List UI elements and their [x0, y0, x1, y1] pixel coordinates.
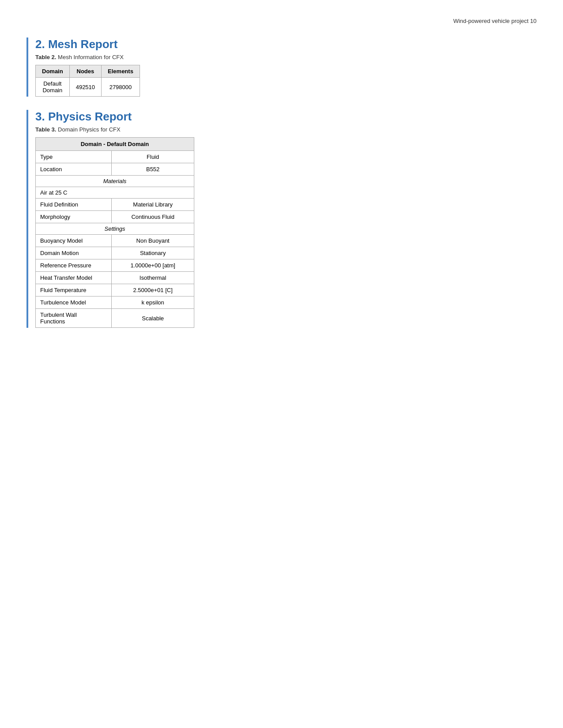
physics-table: Domain - Default Domain Type Fluid Locat…: [35, 137, 194, 328]
turbulence-model-value: k epsilon: [112, 296, 194, 309]
turbulent-wall-label: Turbulent WallFunctions: [36, 309, 112, 328]
page-header: Wind-powered vehicle project 10: [26, 18, 537, 24]
turbulence-model-label: Turbulence Model: [36, 296, 112, 309]
mesh-table-caption: Table 2. Mesh Information for CFX: [35, 54, 537, 60]
mesh-col-domain: Domain: [36, 65, 70, 78]
table-row: Fluid Definition Material Library: [36, 199, 194, 211]
table-row: Domain Motion Stationary: [36, 247, 194, 259]
type-value: Fluid: [112, 151, 194, 163]
physics-report-section: 3. Physics Report Table 3. Domain Physic…: [26, 110, 537, 328]
settings-subheader: Settings: [36, 223, 194, 235]
fluid-def-value: Material Library: [112, 199, 194, 211]
mesh-nodes-cell: 492510: [69, 78, 101, 97]
table-row: Turbulent WallFunctions Scalable: [36, 309, 194, 328]
materials-subheader: Materials: [36, 176, 194, 187]
domain-motion-value: Stationary: [112, 247, 194, 259]
mesh-col-nodes: Nodes: [69, 65, 101, 78]
morphology-label: Morphology: [36, 211, 112, 223]
table-row: Materials: [36, 176, 194, 187]
mesh-table: Domain Nodes Elements DefaultDomain 4925…: [35, 65, 140, 97]
mesh-report-section: 2. Mesh Report Table 2. Mesh Information…: [26, 38, 537, 97]
table-row: DefaultDomain 492510 2798000: [36, 78, 140, 97]
ref-pressure-label: Reference Pressure: [36, 259, 112, 272]
table-row: Location B552: [36, 163, 194, 176]
table-row: Settings: [36, 223, 194, 235]
mesh-elements-cell: 2798000: [102, 78, 140, 97]
table-row: Turbulence Model k epsilon: [36, 296, 194, 309]
morphology-value: Continuous Fluid: [112, 211, 194, 223]
page-container: Wind-powered vehicle project 10 2. Mesh …: [0, 0, 563, 728]
location-label: Location: [36, 163, 112, 176]
table-row: Heat Transfer Model Isothermal: [36, 272, 194, 284]
mesh-col-elements: Elements: [102, 65, 140, 78]
type-label: Type: [36, 151, 112, 163]
mesh-table-header-row: Domain Nodes Elements: [36, 65, 140, 78]
fluid-temp-value: 2.5000e+01 [C]: [112, 284, 194, 296]
physics-section-title: 3. Physics Report: [35, 110, 537, 124]
page-title: Wind-powered vehicle project 10: [453, 18, 537, 24]
table-row: Reference Pressure 1.0000e+00 [atm]: [36, 259, 194, 272]
domain-header-cell: Domain - Default Domain: [36, 138, 194, 151]
table-row: Air at 25 C: [36, 187, 194, 199]
table-row: Fluid Temperature 2.5000e+01 [C]: [36, 284, 194, 296]
mesh-domain-cell: DefaultDomain: [36, 78, 70, 97]
domain-motion-label: Domain Motion: [36, 247, 112, 259]
material-name-cell: Air at 25 C: [36, 187, 194, 199]
table-row: Morphology Continuous Fluid: [36, 211, 194, 223]
buoyancy-value: Non Buoyant: [112, 235, 194, 247]
table-row: Domain - Default Domain: [36, 138, 194, 151]
table-row: Type Fluid: [36, 151, 194, 163]
turbulent-wall-value: Scalable: [112, 309, 194, 328]
table-row: Buoyancy Model Non Buoyant: [36, 235, 194, 247]
buoyancy-label: Buoyancy Model: [36, 235, 112, 247]
ref-pressure-value: 1.0000e+00 [atm]: [112, 259, 194, 272]
heat-transfer-label: Heat Transfer Model: [36, 272, 112, 284]
physics-table-caption: Table 3. Domain Physics for CFX: [35, 126, 537, 133]
fluid-temp-label: Fluid Temperature: [36, 284, 112, 296]
location-value: B552: [112, 163, 194, 176]
mesh-section-title: 2. Mesh Report: [35, 38, 537, 51]
heat-transfer-value: Isothermal: [112, 272, 194, 284]
fluid-def-label: Fluid Definition: [36, 199, 112, 211]
